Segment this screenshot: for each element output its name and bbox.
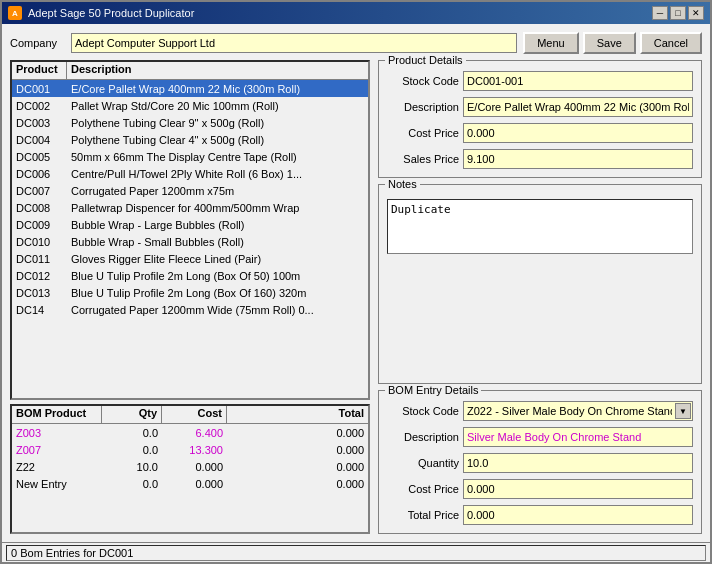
list-item[interactable]: DC005 50mm x 66mm The Display Centre Tap… — [12, 148, 368, 165]
close-button[interactable]: ✕ — [688, 6, 704, 20]
company-input[interactable] — [71, 33, 517, 53]
bom-list-item[interactable]: New Entry 0.0 0.000 0.000 — [12, 475, 368, 492]
save-button[interactable]: Save — [583, 32, 636, 54]
product-desc-cell: Blue U Tulip Profile 2m Long (Box Of 160… — [67, 287, 368, 299]
list-item[interactable]: DC006 Centre/Pull H/Towel 2Ply White Rol… — [12, 165, 368, 182]
maximize-button[interactable]: □ — [670, 6, 686, 20]
bom-cost-price-row: Cost Price — [387, 479, 693, 499]
product-list-header: Product Description — [12, 62, 368, 80]
status-text: 0 Bom Entries for DC001 — [6, 545, 706, 561]
product-code-cell: DC002 — [12, 100, 67, 112]
list-item[interactable]: DC003 Polythene Tubing Clear 9'' x 500g … — [12, 114, 368, 131]
bom-qty-col-header: Qty — [102, 406, 162, 423]
product-list-body[interactable]: DC001 E/Core Pallet Wrap 400mm 22 Mic (3… — [12, 80, 368, 398]
product-desc-cell: Gloves Rigger Elite Fleece Lined (Pair) — [67, 253, 368, 265]
bom-description-label: Description — [387, 431, 459, 443]
bom-list-header: BOM Product Qty Cost Total — [12, 406, 368, 424]
cost-price-label: Cost Price — [387, 127, 459, 139]
bom-entry-group: BOM Entry Details Stock Code Z022 - Silv… — [378, 390, 702, 534]
bom-product-cell: New Entry — [12, 478, 102, 490]
bom-product-col-header: BOM Product — [12, 406, 102, 423]
bom-quantity-input[interactable] — [463, 453, 693, 473]
list-item[interactable]: DC007 Corrugated Paper 1200mm x75m — [12, 182, 368, 199]
bom-section: BOM Product Qty Cost Total Z003 0.0 6.40… — [10, 404, 370, 534]
menu-button[interactable]: Menu — [523, 32, 579, 54]
bom-list-body[interactable]: Z003 0.0 6.400 0.000 Z007 0.0 13.300 0.0… — [12, 424, 368, 532]
product-desc-cell: Blue U Tulip Profile 2m Long (Box Of 50)… — [67, 270, 368, 282]
list-item[interactable]: DC14 Corrugated Paper 1200mm Wide (75mm … — [12, 301, 368, 318]
pd-description-input[interactable] — [463, 97, 693, 117]
list-item[interactable]: DC010 Bubble Wrap - Small Bubbles (Roll) — [12, 233, 368, 250]
bom-total-price-row: Total Price — [387, 505, 693, 525]
product-desc-cell: E/Core Pallet Wrap 400mm 22 Mic (300m Ro… — [67, 83, 368, 95]
product-list-container: Product Description DC001 E/Core Pallet … — [10, 60, 370, 400]
notes-textarea[interactable] — [387, 199, 693, 254]
cancel-button[interactable]: Cancel — [640, 32, 702, 54]
bom-cost-cell: 0.000 — [162, 478, 227, 490]
bom-total-price-label: Total Price — [387, 509, 459, 521]
window-controls: ─ □ ✕ — [652, 6, 704, 20]
product-code-cell: DC003 — [12, 117, 67, 129]
bom-description-input[interactable] — [463, 427, 693, 447]
product-code-cell: DC14 — [12, 304, 67, 316]
bom-list-item[interactable]: Z007 0.0 13.300 0.000 — [12, 441, 368, 458]
bom-description-row: Description — [387, 427, 693, 447]
bom-cost-cell: 0.000 — [162, 461, 227, 473]
product-code-cell: DC006 — [12, 168, 67, 180]
list-item[interactable]: DC009 Bubble Wrap - Large Bubbles (Roll) — [12, 216, 368, 233]
main-area: Product Description DC001 E/Core Pallet … — [10, 60, 702, 534]
product-desc-cell: Bubble Wrap - Large Bubbles (Roll) — [67, 219, 368, 231]
window-title: Adept Sage 50 Product Duplicator — [28, 7, 646, 19]
list-item[interactable]: DC013 Blue U Tulip Profile 2m Long (Box … — [12, 284, 368, 301]
bom-total-price-input[interactable] — [463, 505, 693, 525]
left-panel: Product Description DC001 E/Core Pallet … — [10, 60, 370, 534]
stock-code-input[interactable] — [463, 71, 693, 91]
main-content: Company Menu Save Cancel Product Descrip… — [2, 24, 710, 542]
list-item[interactable]: DC001 E/Core Pallet Wrap 400mm 22 Mic (3… — [12, 80, 368, 97]
pd-description-label: Description — [387, 101, 459, 113]
status-bar: 0 Bom Entries for DC001 — [2, 542, 710, 562]
bom-quantity-label: Quantity — [387, 457, 459, 469]
title-bar: A Adept Sage 50 Product Duplicator ─ □ ✕ — [2, 2, 710, 24]
bom-product-cell: Z003 — [12, 427, 102, 439]
bom-quantity-row: Quantity — [387, 453, 693, 473]
app-icon: A — [8, 6, 22, 20]
product-code-cell: DC009 — [12, 219, 67, 231]
bom-cost-cell: 6.400 — [162, 427, 227, 439]
product-code-cell: DC008 — [12, 202, 67, 214]
product-desc-cell: Centre/Pull H/Towel 2Ply White Roll (6 B… — [67, 168, 368, 180]
list-item[interactable]: DC012 Blue U Tulip Profile 2m Long (Box … — [12, 267, 368, 284]
product-desc-cell: Polythene Tubing Clear 9'' x 500g (Roll) — [67, 117, 368, 129]
bom-list-item[interactable]: Z22 10.0 0.000 0.000 — [12, 458, 368, 475]
product-col-header: Product — [12, 62, 67, 79]
toolbar-buttons: Menu Save Cancel — [523, 32, 702, 54]
product-code-cell: DC005 — [12, 151, 67, 163]
bom-total-col-header: Total — [227, 406, 368, 423]
bom-total-cell: 0.000 — [227, 478, 368, 490]
bom-cost-price-input[interactable] — [463, 479, 693, 499]
list-item[interactable]: DC008 Palletwrap Dispencer for 400mm/500… — [12, 199, 368, 216]
cost-price-row: Cost Price — [387, 123, 693, 143]
product-code-cell: DC007 — [12, 185, 67, 197]
product-details-title: Product Details — [385, 54, 466, 66]
product-code-cell: DC001 — [12, 83, 67, 95]
bom-list-item[interactable]: Z003 0.0 6.400 0.000 — [12, 424, 368, 441]
product-desc-cell: 50mm x 66mm The Display Centre Tape (Rol… — [67, 151, 368, 163]
product-code-cell: DC011 — [12, 253, 67, 265]
product-code-cell: DC013 — [12, 287, 67, 299]
notes-title: Notes — [385, 178, 420, 190]
sales-price-input[interactable] — [463, 149, 693, 169]
list-item[interactable]: DC004 Polythene Tubing Clear 4'' x 500g … — [12, 131, 368, 148]
cost-price-input[interactable] — [463, 123, 693, 143]
description-row: Description — [387, 97, 693, 117]
list-item[interactable]: DC002 Pallet Wrap Std/Core 20 Mic 100mm … — [12, 97, 368, 114]
product-desc-cell: Palletwrap Dispencer for 400mm/500mm Wra… — [67, 202, 368, 214]
bom-total-cell: 0.000 — [227, 444, 368, 456]
minimize-button[interactable]: ─ — [652, 6, 668, 20]
bom-total-cell: 0.000 — [227, 427, 368, 439]
right-panel: Product Details Stock Code Description C… — [378, 60, 702, 534]
product-details-group: Product Details Stock Code Description C… — [378, 60, 702, 178]
bom-stock-code-select[interactable]: Z022 - Silver Male Body On Chrome Stand — [463, 401, 693, 421]
list-item[interactable]: DC011 Gloves Rigger Elite Fleece Lined (… — [12, 250, 368, 267]
product-code-cell: DC012 — [12, 270, 67, 282]
